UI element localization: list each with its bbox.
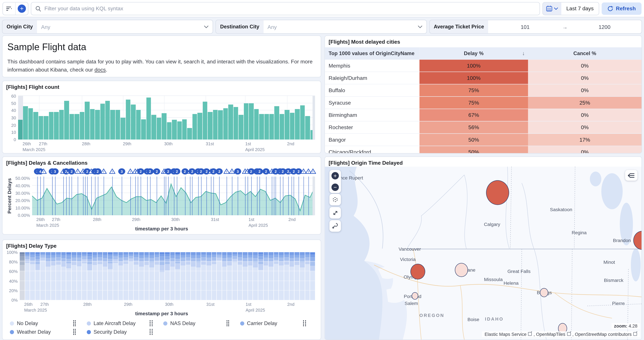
stacked-bar[interactable]: [134, 252, 139, 300]
column-header-city[interactable]: Top 1000 values of OriginCityName: [325, 47, 420, 60]
annotation-count-badge[interactable]: 2: [94, 168, 101, 174]
stacked-bar[interactable]: [289, 252, 294, 300]
origin-city-select[interactable]: Origin City Any: [2, 20, 213, 34]
legend-actions-icon[interactable]: [73, 329, 76, 335]
stacked-bar[interactable]: [30, 252, 35, 300]
annotation-count-badge[interactable]: 2: [216, 168, 223, 174]
stacked-bar[interactable]: [72, 252, 76, 300]
annotation-warning-marker[interactable]: !: [100, 168, 107, 176]
table-row[interactable]: Rochester56%0%: [325, 121, 642, 134]
price-min-input[interactable]: 101: [488, 24, 562, 30]
stacked-bar[interactable]: [274, 252, 279, 300]
stacked-bar[interactable]: [170, 252, 175, 300]
bar[interactable]: [208, 112, 212, 139]
zoom-in-button[interactable]: +: [332, 170, 339, 181]
delay-bubble[interactable]: [486, 180, 509, 205]
annotation-count-badge[interactable]: 2: [146, 168, 154, 174]
table-row[interactable]: Syracuse75%25%: [325, 97, 642, 109]
bar[interactable]: [290, 113, 294, 139]
bar[interactable]: [146, 97, 151, 139]
stacked-bar[interactable]: [232, 252, 237, 300]
stacked-bar[interactable]: [92, 252, 97, 300]
attribution-link[interactable]: Elastic Maps Service: [484, 332, 532, 337]
set-view-button[interactable]: [330, 194, 341, 205]
bar[interactable]: [116, 110, 120, 140]
annotation-count-badge[interactable]: 3: [234, 168, 241, 174]
legend-actions-icon[interactable]: [303, 320, 306, 326]
stacked-bar[interactable]: [217, 252, 222, 300]
bar[interactable]: [223, 108, 228, 139]
bar[interactable]: [182, 119, 187, 140]
annotation-warning-marker[interactable]: !: [310, 168, 316, 176]
delay-bubble[interactable]: [412, 292, 418, 299]
bar[interactable]: [295, 109, 300, 139]
bar[interactable]: [85, 102, 90, 140]
bar[interactable]: [218, 110, 223, 139]
bar[interactable]: [120, 118, 125, 139]
legend-actions-icon[interactable]: [73, 320, 76, 326]
bar[interactable]: [198, 113, 202, 139]
stacked-bar[interactable]: [243, 252, 248, 300]
legend-actions-icon[interactable]: [150, 329, 152, 335]
add-filter-button[interactable]: +: [16, 2, 28, 15]
stacked-bar[interactable]: [25, 252, 30, 300]
stacked-bar[interactable]: [113, 252, 118, 300]
stacked-bar[interactable]: [253, 252, 258, 300]
bar[interactable]: [34, 112, 38, 139]
bar[interactable]: [192, 114, 197, 139]
bar[interactable]: [141, 119, 146, 140]
annotation-warning-marker[interactable]: !: [109, 168, 115, 176]
annotation-warning-marker[interactable]: !: [223, 168, 230, 176]
bar[interactable]: [28, 108, 33, 139]
filter-menu-button[interactable]: [3, 2, 15, 15]
stacked-bar[interactable]: [20, 252, 24, 300]
stacked-bar[interactable]: [180, 252, 185, 300]
bar[interactable]: [69, 114, 74, 139]
legend-item[interactable]: NAS Delay: [163, 319, 240, 327]
bar[interactable]: [64, 101, 69, 139]
bar[interactable]: [23, 106, 28, 139]
fit-to-data-button[interactable]: [330, 207, 341, 218]
stacked-bar[interactable]: [108, 252, 113, 300]
bar[interactable]: [95, 110, 100, 140]
stacked-bar[interactable]: [87, 252, 92, 300]
bar[interactable]: [249, 103, 254, 139]
bar[interactable]: [274, 106, 279, 139]
stacked-bar[interactable]: [66, 252, 71, 300]
stacked-bar[interactable]: [35, 252, 40, 300]
bar[interactable]: [305, 116, 310, 139]
bar[interactable]: [49, 112, 54, 139]
annotation-count-badge[interactable]: 2: [256, 168, 263, 174]
stacked-bar[interactable]: [201, 252, 206, 300]
calendar-menu-button[interactable]: [543, 2, 562, 15]
stacked-bar[interactable]: [139, 252, 144, 300]
stacked-bar[interactable]: [206, 252, 211, 300]
stacked-bar[interactable]: [82, 252, 87, 300]
stacked-bar[interactable]: [128, 252, 134, 300]
bar[interactable]: [59, 110, 64, 140]
bar[interactable]: [177, 121, 182, 139]
bar[interactable]: [234, 107, 238, 139]
stacked-bar[interactable]: [268, 252, 274, 300]
table-row[interactable]: Birmingham67%0%: [325, 109, 642, 121]
stacked-bar[interactable]: [51, 252, 56, 300]
bar[interactable]: [39, 116, 43, 139]
bar[interactable]: [254, 109, 259, 139]
delay-bubble[interactable]: [540, 288, 548, 297]
stacked-bar[interactable]: [212, 252, 216, 300]
annotation-count-badge[interactable]: 2: [173, 168, 180, 174]
delay-bubble[interactable]: [455, 263, 468, 277]
delays-chart[interactable]: 0.00%10.00%20.00%30.00%40.00%50.00%26thM…: [32, 176, 315, 215]
legend-item[interactable]: Weather Delay: [10, 328, 86, 336]
stacked-bar[interactable]: [124, 252, 128, 300]
flight-count-chart[interactable]: 010203040506026thMarch 202527th28th29th3…: [18, 96, 315, 140]
stacked-bar[interactable]: [227, 252, 232, 300]
stacked-bar[interactable]: [61, 252, 66, 300]
table-row[interactable]: Memphis100%0%: [325, 60, 642, 72]
docs-link[interactable]: docs: [94, 67, 106, 73]
legend-collapse-button[interactable]: [625, 170, 637, 181]
map-tools-button[interactable]: [330, 220, 341, 232]
stacked-bar[interactable]: [305, 252, 310, 300]
bar[interactable]: [74, 114, 79, 139]
stacked-bar[interactable]: [46, 252, 50, 300]
